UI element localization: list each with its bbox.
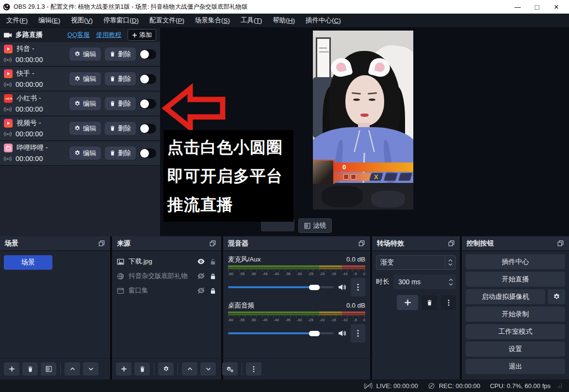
start-recording-button[interactable]: 开始录制: [466, 307, 565, 322]
popout-icon[interactable]: [209, 240, 216, 247]
trash-icon: [110, 51, 115, 57]
speaker-icon[interactable]: [338, 329, 347, 337]
menu-edit[interactable]: 编辑(E): [33, 14, 65, 27]
source-row-image[interactable]: 下载.jpg: [112, 254, 221, 269]
source-row-browser[interactable]: 抖音杂交版底部礼物: [112, 269, 221, 283]
dots-icon: [448, 299, 450, 306]
qq-service-link[interactable]: QQ客服: [67, 31, 90, 39]
stream-enable-toggle[interactable]: [140, 148, 156, 158]
stream-enable-toggle[interactable]: [140, 99, 156, 109]
minimize-button[interactable]: —: [508, 0, 527, 14]
remove-scene-button[interactable]: [22, 362, 38, 376]
stream-enable-toggle[interactable]: [140, 74, 156, 84]
popout-icon[interactable]: [557, 240, 564, 247]
delete-platform-button[interactable]: 删除: [105, 48, 136, 61]
exit-button[interactable]: 退出: [466, 359, 565, 374]
start-streaming-button[interactable]: 开始直播: [466, 272, 565, 287]
edit-platform-button[interactable]: 编辑: [69, 72, 101, 85]
menu-view[interactable]: 视图(V): [65, 14, 98, 27]
controls-panel: 控制按钮 插件中心 开始直播 启动虚拟摄像机 开始录制 工作室模式 设置: [462, 236, 569, 379]
annotation-text-box: 点击白色小圆圈 即可开启多平台 推流直播: [163, 130, 293, 222]
move-scene-down-button[interactable]: [83, 362, 98, 376]
toolbar-divider: [242, 363, 242, 375]
tutorial-link[interactable]: 使用教程: [96, 31, 121, 39]
channel-options-button[interactable]: [351, 278, 365, 296]
edit-platform-button[interactable]: 编辑: [69, 48, 101, 61]
mixer-options-button[interactable]: [246, 362, 261, 376]
move-source-down-button[interactable]: [200, 362, 216, 376]
menu-scene-collection[interactable]: 场景集合(S): [190, 14, 235, 27]
scene-list-item-selected[interactable]: 场景: [4, 255, 52, 270]
lock-open-icon[interactable]: [210, 258, 216, 265]
volume-slider[interactable]: [228, 286, 334, 288]
duration-spinbox[interactable]: 300 ms: [393, 275, 456, 289]
add-platform-button[interactable]: 添加: [128, 29, 156, 41]
meter-tick-label: -10: [342, 318, 348, 322]
transition-options-button[interactable]: [441, 295, 456, 310]
volume-slider-handle[interactable]: [309, 331, 320, 336]
move-scene-up-button[interactable]: [65, 362, 80, 376]
stream-enable-toggle[interactable]: [140, 49, 156, 59]
move-source-up-button[interactable]: [182, 362, 197, 376]
volume-slider-handle[interactable]: [309, 285, 320, 290]
titlebar: OBS 29.1.3 - 配置文件: 植物大战姜丝第1版 - 场景: 抖音植物大…: [0, 0, 569, 14]
source-properties-button[interactable]: [158, 362, 174, 376]
lock-closed-icon[interactable]: [210, 273, 216, 280]
edit-platform-button[interactable]: 编辑: [69, 122, 101, 135]
delete-platform-button[interactable]: 删除: [105, 147, 136, 160]
spinbox-arrows[interactable]: [449, 278, 455, 286]
edit-platform-button[interactable]: 编辑: [69, 147, 101, 160]
stream-enable-toggle[interactable]: [140, 124, 156, 133]
delete-platform-button[interactable]: 删除: [105, 72, 136, 85]
popout-icon[interactable]: [448, 240, 455, 247]
gear-icon: [553, 293, 560, 300]
add-transition-button[interactable]: [397, 295, 418, 310]
eye-icon[interactable]: [197, 258, 205, 265]
maximize-button[interactable]: □: [527, 0, 547, 14]
lock-closed-icon[interactable]: [210, 287, 216, 294]
add-source-button[interactable]: [116, 362, 131, 376]
eye-slash-icon[interactable]: [197, 287, 205, 294]
menu-plugin-center[interactable]: 插件中心(C): [300, 14, 346, 27]
delete-label: 删除: [118, 124, 131, 133]
remove-transition-button[interactable]: [422, 295, 437, 310]
scene-filters-button[interactable]: [41, 362, 56, 376]
menu-file[interactable]: 文件(F): [1, 14, 33, 27]
select-spinner[interactable]: [445, 256, 455, 269]
virtual-camera-settings-button[interactable]: [548, 289, 565, 304]
popout-icon[interactable]: [358, 240, 365, 247]
transition-select[interactable]: 渐变: [376, 255, 456, 270]
filters-button[interactable]: 滤镜: [298, 218, 332, 233]
eye-slash-icon[interactable]: [197, 273, 205, 279]
duration-value: 300 ms: [398, 278, 449, 286]
menu-profile[interactable]: 配置文件(P): [144, 14, 190, 27]
add-scene-button[interactable]: [4, 362, 19, 376]
start-virtual-camera-button[interactable]: 启动虚拟摄像机: [466, 289, 545, 304]
meter-scale: -60-55-50-45-40-35-30-25-20-15-10-50: [228, 318, 365, 322]
gear-icon: [74, 100, 81, 107]
broadcast-icon: [4, 106, 12, 113]
studio-mode-button[interactable]: 工作室模式: [466, 324, 565, 339]
speaker-icon[interactable]: [338, 283, 347, 291]
menu-tools[interactable]: 工具(T): [235, 14, 267, 27]
popout-icon[interactable]: [98, 240, 105, 247]
delete-platform-button[interactable]: 删除: [105, 122, 136, 135]
resize-grip-icon[interactable]: [557, 383, 562, 388]
settings-button[interactable]: 设置: [466, 342, 565, 357]
volume-slider[interactable]: [228, 332, 334, 334]
meter-tick-label: -60: [228, 318, 233, 322]
sources-title: 来源: [117, 239, 130, 248]
channel-options-button[interactable]: [351, 324, 365, 343]
edit-platform-button[interactable]: 编辑: [69, 97, 101, 110]
camera-icon: [4, 32, 12, 39]
source-row-window-capture[interactable]: 窗口集: [112, 283, 221, 298]
toolbar-divider: [154, 363, 154, 375]
delete-platform-button[interactable]: 删除: [105, 97, 136, 110]
menu-docks[interactable]: 停靠窗口(D): [98, 14, 144, 27]
plugin-center-button[interactable]: 插件中心: [466, 254, 565, 269]
double-gear-icon: [226, 366, 234, 373]
remove-source-button[interactable]: [134, 362, 150, 376]
close-button[interactable]: ✕: [547, 0, 566, 14]
menu-help[interactable]: 帮助(H): [267, 14, 300, 27]
advanced-audio-button[interactable]: [222, 362, 238, 376]
